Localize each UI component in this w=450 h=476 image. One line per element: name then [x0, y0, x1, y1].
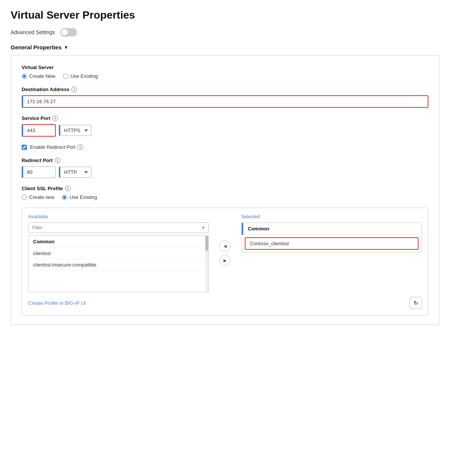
use-existing-label: Use Existing — [71, 73, 98, 79]
advanced-settings-label: Advanced Settings — [11, 29, 55, 35]
move-left-button[interactable]: ◀ — [219, 240, 231, 252]
client-ssl-radio-group: Create new Use Existing — [22, 194, 428, 200]
virtual-server-group: Virtual Server Create New Use Existing — [22, 65, 428, 79]
client-ssl-profile-group: Client SSL Profile i Create new Use Exis… — [22, 186, 428, 200]
ssl-create-new-radio[interactable] — [22, 195, 27, 200]
use-existing-radio-option[interactable]: Use Existing — [63, 73, 98, 79]
service-port-info-icon[interactable]: i — [52, 115, 58, 121]
virtual-server-label: Virtual Server — [22, 65, 428, 70]
ssl-columns: Available ▼ Common clientssl clientssl-i… — [28, 214, 422, 292]
redirect-port-info-icon[interactable]: i — [77, 144, 83, 150]
ssl-available-item-clientssl-insecure[interactable]: clientssl-insecure-compatible — [28, 259, 208, 271]
service-port-row: HTTPS HTTP FTP TCP — [22, 124, 428, 137]
destination-address-group: Destination Address i — [22, 87, 428, 108]
ssl-use-existing-radio[interactable] — [62, 195, 67, 200]
ssl-selector: Available ▼ Common clientssl clientssl-i… — [22, 208, 428, 315]
advanced-settings-row: Advanced Settings — [11, 28, 439, 36]
general-properties-header[interactable]: General Properties ▼ — [11, 44, 439, 50]
refresh-button[interactable]: ↻ — [410, 297, 422, 309]
ssl-use-existing-radio-option[interactable]: Use Existing — [62, 194, 97, 200]
ssl-available-group-header: Common — [28, 236, 208, 248]
create-new-radio[interactable] — [22, 74, 27, 79]
redirect-port-protocol-select[interactable]: HTTP HTTPS FTP TCP — [59, 167, 91, 178]
ssl-available-item-clientssl[interactable]: clientssl — [28, 248, 208, 259]
ssl-selected-container: Common Contoso_clientssl — [241, 222, 422, 252]
refresh-icon: ↻ — [414, 300, 418, 306]
ssl-available-label: Available — [28, 214, 209, 219]
enable-redirect-port-label: Enable Redirect Port i — [30, 144, 83, 150]
service-port-protocol-select[interactable]: HTTPS HTTP FTP TCP — [59, 125, 91, 136]
enable-redirect-port-row: Enable Redirect Port i — [22, 144, 428, 150]
create-new-radio-option[interactable]: Create New — [22, 73, 55, 79]
page-title: Virtual Server Properties — [11, 9, 439, 21]
advanced-settings-toggle[interactable] — [60, 28, 77, 36]
scrollbar-thumb — [205, 236, 208, 251]
service-port-group: Service Port i HTTPS HTTP FTP TCP — [22, 115, 428, 137]
client-ssl-profile-info-icon[interactable]: i — [65, 186, 71, 191]
general-properties-card: Virtual Server Create New Use Existing D… — [11, 55, 439, 325]
filter-row: ▼ — [28, 222, 209, 233]
ssl-available-list[interactable]: Common clientssl clientssl-insecure-comp… — [28, 235, 209, 292]
destination-address-input-wrapper — [22, 95, 428, 108]
redirect-port-input[interactable] — [22, 166, 56, 178]
destination-address-label: Destination Address i — [22, 87, 428, 92]
redirect-port-group: Redirect Port i HTTP HTTPS FTP TCP — [22, 158, 428, 178]
create-profile-link[interactable]: Create Profile in BIG-IP UI — [28, 300, 86, 306]
use-existing-radio[interactable] — [63, 74, 68, 79]
redirect-port-label: Redirect Port i — [22, 158, 428, 163]
ssl-create-new-radio-option[interactable]: Create new — [22, 194, 54, 200]
enable-redirect-port-checkbox[interactable] — [22, 145, 27, 150]
client-ssl-profile-label: Client SSL Profile i — [22, 186, 428, 191]
ssl-use-existing-label: Use Existing — [69, 194, 97, 200]
service-port-label: Service Port i — [22, 115, 428, 121]
general-properties-title: General Properties — [11, 44, 61, 50]
create-new-label: Create New — [29, 73, 55, 79]
service-port-input[interactable] — [22, 124, 56, 137]
destination-address-input[interactable] — [22, 95, 428, 108]
virtual-server-radio-group: Create New Use Existing — [22, 73, 428, 79]
ssl-filter-input[interactable] — [28, 222, 209, 233]
ssl-selected-group-header: Common — [242, 223, 422, 235]
ssl-available-col: Available ▼ Common clientssl clientssl-i… — [28, 214, 209, 292]
filter-icon: ▼ — [201, 225, 206, 230]
ssl-selected-col: Selected Common Contoso_clientssl — [241, 214, 422, 292]
general-properties-arrow: ▼ — [64, 45, 68, 50]
destination-address-info-icon[interactable]: i — [71, 87, 77, 92]
ssl-selected-label: Selected — [241, 214, 422, 219]
move-right-button[interactable]: ▶ — [219, 255, 231, 266]
scrollbar-indicator — [205, 236, 208, 292]
create-profile-row: Create Profile in BIG-IP UI ↻ — [28, 297, 422, 309]
ssl-create-new-label: Create new — [29, 194, 54, 200]
arrow-buttons: ◀ ▶ — [215, 214, 235, 292]
redirect-port-label-info-icon[interactable]: i — [55, 158, 60, 163]
redirect-port-row: HTTP HTTPS FTP TCP — [22, 166, 428, 178]
ssl-selected-item[interactable]: Contoso_clientssl — [245, 237, 419, 250]
